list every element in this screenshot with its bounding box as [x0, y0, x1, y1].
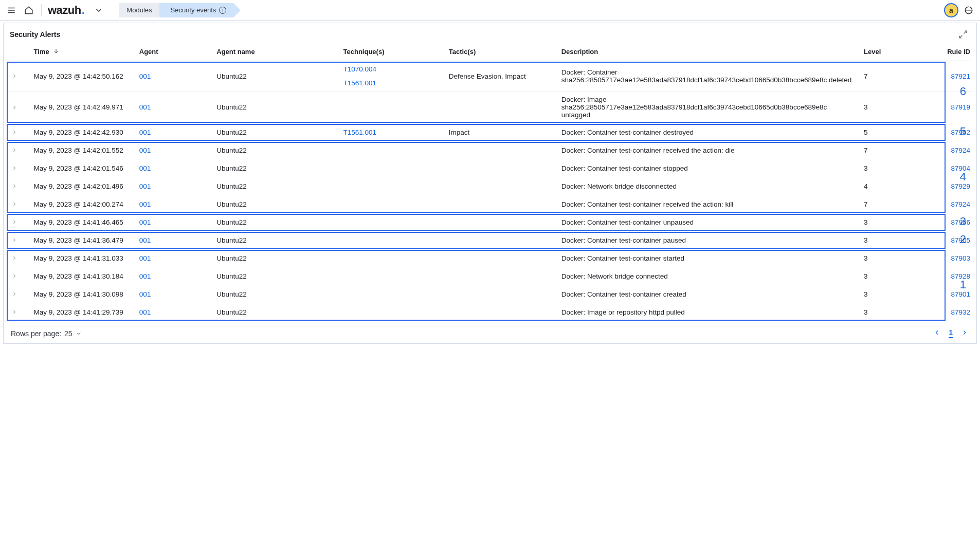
user-avatar[interactable]: a [944, 3, 958, 17]
breadcrumb-security-events[interactable]: Security events i [159, 3, 234, 17]
breadcrumb-modules[interactable]: Modules [119, 3, 159, 17]
expand-row-toggle[interactable] [10, 181, 19, 191]
expand-row-toggle[interactable] [10, 217, 19, 227]
agent-link[interactable]: 001 [139, 182, 151, 190]
rule-id-link[interactable]: 87903 [951, 254, 970, 262]
agent-link[interactable]: 001 [139, 218, 151, 226]
chevron-right-icon [11, 165, 17, 171]
expand-row-toggle[interactable] [10, 71, 19, 81]
expand-row-toggle[interactable] [10, 289, 19, 299]
cell-rule-id: 87906 [931, 213, 973, 231]
cell-agent: 001 [136, 303, 214, 321]
cell-agent: 001 [136, 231, 214, 249]
rule-id-link[interactable]: 87921 [951, 72, 970, 80]
cell-technique [340, 285, 446, 303]
rows-per-page-value: 25 [64, 329, 72, 338]
chevron-right-icon [11, 183, 17, 189]
cell-agent-name: Ubuntu22 [213, 177, 340, 195]
col-time[interactable]: Time [31, 43, 136, 61]
cell-agent-name: Ubuntu22 [213, 141, 340, 159]
agent-link[interactable]: 001 [139, 72, 151, 80]
cell-agent: 001 [136, 91, 214, 123]
table-row: May 9, 2023 @ 14:41:30.098001Ubuntu22Doc… [7, 285, 973, 303]
technique-link[interactable]: T1561.001 [343, 79, 443, 87]
cell-technique: T1561.001 [340, 123, 446, 141]
cell-level: 7 [861, 141, 931, 159]
home-button[interactable] [22, 3, 36, 17]
agent-link[interactable]: 001 [139, 308, 151, 316]
expand-row-toggle[interactable] [10, 199, 19, 209]
brand-logo[interactable]: wazuh. [48, 4, 84, 17]
expand-row-toggle[interactable] [10, 253, 19, 263]
cell-rule-id: 87902 [931, 123, 973, 141]
chevron-right-icon [11, 201, 17, 207]
table-row: May 9, 2023 @ 14:42:49.971001Ubuntu22Doc… [7, 91, 973, 123]
technique-link[interactable]: T1070.004 [343, 65, 443, 73]
rule-id-link[interactable]: 87932 [951, 308, 970, 316]
svg-line-4 [964, 31, 967, 33]
rows-per-page-select[interactable]: Rows per page: 25 [11, 329, 82, 338]
info-icon[interactable]: i [219, 7, 226, 14]
col-rule-id[interactable]: Rule ID [931, 43, 973, 61]
page-prev[interactable] [932, 329, 941, 338]
col-technique[interactable]: Technique(s) [340, 43, 446, 61]
page-current[interactable]: 1 [949, 328, 953, 338]
cell-time: May 9, 2023 @ 14:42:00.274 [31, 195, 136, 213]
chevron-right-icon [11, 129, 17, 135]
table-row: May 9, 2023 @ 14:41:36.479001Ubuntu22Doc… [7, 231, 973, 249]
col-tactic[interactable]: Tactic(s) [446, 43, 558, 61]
agent-link[interactable]: 001 [139, 146, 151, 154]
cell-tactic [446, 213, 558, 231]
col-agent-name[interactable]: Agent name [213, 43, 340, 61]
expand-row-toggle[interactable] [10, 307, 19, 317]
cell-technique [340, 267, 446, 285]
news-button[interactable] [961, 3, 976, 17]
cell-level: 4 [861, 177, 931, 195]
cell-rule-id: 87921 [931, 61, 973, 91]
agent-link[interactable]: 001 [139, 272, 151, 280]
cell-time: May 9, 2023 @ 14:41:30.184 [31, 267, 136, 285]
cell-agent: 001 [136, 61, 214, 91]
agent-link[interactable]: 001 [139, 103, 151, 111]
table-area: Time Agent Agent name Technique(s) Tacti… [4, 43, 976, 321]
col-agent[interactable]: Agent [136, 43, 214, 61]
technique-link[interactable]: T1561.001 [343, 128, 443, 136]
cell-agent: 001 [136, 195, 214, 213]
cell-agent-name: Ubuntu22 [213, 91, 340, 123]
agent-link[interactable]: 001 [139, 290, 151, 298]
rule-id-link[interactable]: 87901 [951, 290, 970, 298]
expand-panel-button[interactable] [956, 27, 970, 42]
expand-row-toggle[interactable] [10, 145, 19, 155]
page-next[interactable] [960, 329, 969, 338]
expand-row-toggle[interactable] [10, 103, 19, 112]
rule-id-link[interactable]: 87924 [951, 146, 970, 154]
agent-link[interactable]: 001 [139, 254, 151, 262]
rule-id-link[interactable]: 87919 [951, 103, 970, 111]
divider [41, 4, 42, 16]
cell-description: Docker: Container test-container destroy… [558, 123, 861, 141]
chevron-right-icon [11, 255, 17, 261]
expand-row-toggle[interactable] [10, 163, 19, 173]
cell-agent: 001 [136, 213, 214, 231]
home-icon [24, 6, 33, 15]
cell-agent-name: Ubuntu22 [213, 249, 340, 267]
panel-title: Security Alerts [10, 30, 60, 39]
menu-toggle[interactable] [4, 3, 19, 17]
agent-link[interactable]: 001 [139, 128, 151, 136]
agent-link[interactable]: 001 [139, 236, 151, 244]
expand-row-toggle[interactable] [10, 271, 19, 281]
expand-row-toggle[interactable] [10, 235, 19, 245]
table-header-row: Time Agent Agent name Technique(s) Tacti… [7, 43, 973, 61]
rule-id-link[interactable]: 87924 [951, 200, 970, 208]
cell-tactic [446, 159, 558, 177]
col-description[interactable]: Description [558, 43, 861, 61]
rule-id-link[interactable]: 87929 [951, 182, 970, 190]
col-level[interactable]: Level [861, 43, 931, 61]
expand-row-toggle[interactable] [10, 127, 19, 137]
cell-agent-name: Ubuntu22 [213, 159, 340, 177]
cell-description: Docker: Image sha256:28505717e3ae12e583a… [558, 91, 861, 123]
agent-link[interactable]: 001 [139, 200, 151, 208]
cell-description: Docker: Container test-container started [558, 249, 861, 267]
agent-link[interactable]: 001 [139, 164, 151, 172]
brand-menu-toggle[interactable] [92, 3, 106, 17]
